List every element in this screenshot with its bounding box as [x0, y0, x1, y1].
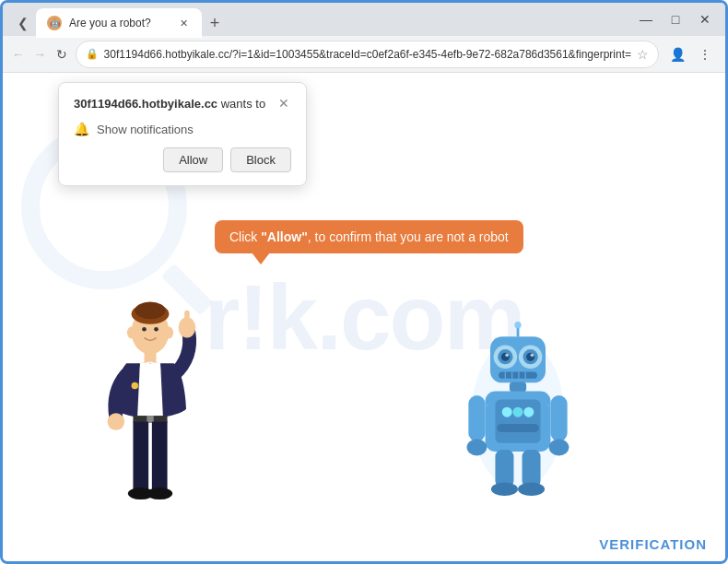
- security-lock-icon: 🔒: [86, 48, 99, 60]
- svg-rect-47: [497, 424, 538, 432]
- browser-tab[interactable]: 🤖 Are you a robot? ✕: [36, 8, 202, 38]
- svg-point-44: [502, 407, 512, 417]
- tooltip-suffix: , to confirm that you are not a robot: [308, 229, 509, 244]
- svg-rect-41: [510, 382, 526, 392]
- svg-point-51: [549, 439, 569, 455]
- window-controls: — □ ✕: [633, 6, 718, 32]
- notification-label: Show notifications: [97, 123, 194, 136]
- svg-point-35: [531, 354, 534, 358]
- svg-point-49: [467, 439, 487, 455]
- popup-domain: 30f1194d66.hotbyikale.cc: [74, 97, 217, 111]
- svg-point-55: [518, 483, 545, 497]
- svg-rect-53: [523, 450, 541, 488]
- menu-icon[interactable]: ⋮: [692, 41, 718, 67]
- svg-point-32: [501, 353, 510, 361]
- svg-point-3: [135, 302, 165, 320]
- popup-title: 30f1194d66.hotbyikale.cc wants to: [74, 96, 265, 112]
- tooltip-prefix: Click: [229, 229, 261, 244]
- svg-point-23: [108, 413, 125, 430]
- svg-point-26: [514, 322, 521, 328]
- popup-notification-row: 🔔 Show notifications: [74, 122, 291, 136]
- svg-point-4: [142, 327, 147, 332]
- svg-rect-11: [140, 363, 160, 417]
- notification-popup: 30f1194d66.hotbyikale.cc wants to ✕ 🔔 Sh…: [58, 82, 307, 186]
- new-tab-button[interactable]: +: [202, 10, 228, 36]
- popup-buttons: Allow Block: [74, 147, 291, 172]
- svg-rect-48: [468, 395, 485, 441]
- tab-favicon: 🤖: [47, 16, 62, 30]
- history-back-button[interactable]: ❮: [10, 10, 36, 36]
- svg-point-34: [505, 354, 509, 358]
- svg-point-46: [523, 407, 534, 417]
- svg-rect-16: [147, 416, 153, 422]
- popup-header: 30f1194d66.hotbyikale.cc wants to ✕: [74, 96, 291, 112]
- svg-rect-36: [499, 372, 537, 379]
- refresh-button[interactable]: ↻: [53, 41, 70, 67]
- url-bar[interactable]: 🔒 30f1194d66.hotbyikale.cc/?i=1&id=10034…: [76, 41, 659, 68]
- svg-point-14: [132, 382, 138, 389]
- svg-point-7: [165, 327, 173, 339]
- bell-icon: 🔔: [74, 122, 89, 136]
- url-text: 30f1194d66.hotbyikale.cc/?i=1&id=1003455…: [104, 48, 631, 61]
- tab-title: Are you a robot?: [69, 17, 169, 29]
- speech-bubble-tooltip: Click "Allow", to confirm that you are n…: [215, 220, 523, 253]
- svg-point-20: [147, 488, 172, 499]
- person-svg: [76, 285, 224, 524]
- address-bar: ← → ↻ 🔒 30f1194d66.hotbyikale.cc/?i=1&id…: [3, 36, 725, 73]
- title-bar: ❮ 🤖 Are you a robot? ✕ + — □ ✕: [3, 3, 725, 36]
- svg-rect-52: [495, 450, 513, 488]
- tooltip-allow-text: "Allow": [261, 229, 308, 244]
- close-button[interactable]: ✕: [692, 6, 718, 32]
- browser-window: ❮ 🤖 Are you a robot? ✕ + — □ ✕ ← → ↻ 🔒 3…: [0, 0, 728, 564]
- svg-rect-22: [184, 311, 190, 329]
- svg-point-45: [513, 407, 523, 417]
- block-button[interactable]: Block: [230, 147, 291, 172]
- popup-title-suffix: wants to: [217, 97, 265, 111]
- maximize-button[interactable]: □: [663, 6, 688, 32]
- person-figure: [76, 285, 224, 524]
- minimize-button[interactable]: —: [633, 6, 659, 32]
- svg-rect-18: [152, 422, 168, 490]
- forward-button[interactable]: →: [32, 41, 49, 67]
- svg-rect-17: [133, 422, 148, 490]
- robot-svg: [458, 322, 578, 506]
- profile-icon[interactable]: 👤: [664, 41, 690, 67]
- svg-point-6: [127, 327, 135, 339]
- back-button[interactable]: ←: [10, 41, 27, 67]
- svg-rect-43: [495, 400, 540, 443]
- svg-rect-8: [145, 351, 157, 363]
- toolbar-icons: 👤 ⋮: [664, 41, 718, 67]
- svg-point-5: [154, 327, 159, 332]
- verification-label: VERIFICATION: [599, 536, 707, 552]
- bookmark-star-icon[interactable]: ☆: [637, 47, 649, 62]
- svg-point-33: [526, 353, 534, 361]
- tab-close-button[interactable]: ✕: [176, 16, 191, 30]
- page-content: r!k.com 30f1194d66.hotbyikale.cc wants t…: [3, 73, 725, 561]
- svg-rect-50: [550, 395, 567, 441]
- tab-area: ❮ 🤖 Are you a robot? ✕ +: [10, 3, 629, 36]
- svg-point-54: [491, 483, 518, 497]
- allow-button[interactable]: Allow: [163, 147, 223, 172]
- robot-figure: [458, 322, 578, 506]
- popup-close-button[interactable]: ✕: [276, 96, 291, 111]
